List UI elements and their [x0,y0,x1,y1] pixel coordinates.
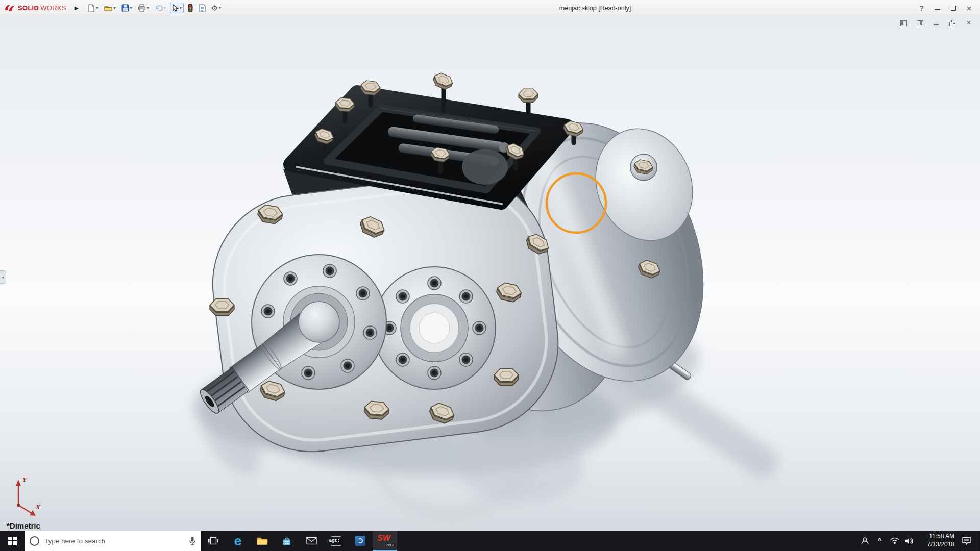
rebuild-stoplight-icon [188,4,193,12]
print-button[interactable]: ▾ [136,3,151,13]
print-icon [138,4,146,12]
doc-minimize-icon [934,21,939,25]
orientation-triad: Y X [4,473,53,522]
mail-icon [306,537,317,545]
brand-works: WORKS [40,4,66,12]
maximize-button[interactable] [945,0,961,16]
pane-left-icon [900,20,907,26]
dropdown-caret-icon[interactable]: ▾ [164,6,166,10]
select-cursor-icon [172,4,179,12]
volume-button[interactable] [902,531,917,551]
file-properties-button[interactable] [197,3,207,13]
new-document-icon [87,4,95,12]
taskbar-clock[interactable]: 11:58 AM 7/13/2018 [917,531,957,551]
shaft-root-boss [299,302,339,342]
panel-collapse-icon: ◂ [2,274,4,280]
solidworks-logo: SOLIDWORKS [0,4,69,12]
dropdown-caret-icon[interactable]: ▾ [219,6,221,10]
gearbox-3d-model[interactable] [0,16,980,531]
mail-button[interactable] [299,531,324,551]
windows-logo-icon [8,537,17,545]
action-center-button[interactable] [957,531,976,551]
store-button[interactable] [275,531,299,551]
doc-close-button[interactable]: × [965,19,973,27]
hub-secondary[interactable] [373,267,496,389]
undo-button[interactable]: ▾ [153,3,167,13]
taskpane-toggle-left[interactable] [899,19,908,27]
dropdown-caret-icon[interactable]: ▾ [96,6,99,10]
chevron-up-icon: ^ [878,536,882,546]
terminal-button[interactable]: &gt;_ [324,531,348,551]
hidden-icons-button[interactable]: ^ [872,531,887,551]
app-icon [355,536,365,546]
doc-close-icon: × [966,19,971,27]
minimize-button[interactable] [929,0,945,16]
quick-toolbar: ▾ ▾ ▾ [86,3,223,13]
people-button[interactable] [857,531,872,551]
action-center-icon [962,537,971,545]
save-button[interactable]: ▾ [120,3,134,13]
doc-minimize-button[interactable] [932,19,940,27]
close-icon: × [967,4,972,13]
dropdown-caret-icon[interactable]: ▾ [130,6,132,10]
document-title: menjac sklop [Read-only] [559,5,631,12]
new-document-button[interactable]: ▾ [86,3,100,13]
view-orientation-label: *Dimetric [7,521,40,530]
people-icon [861,537,869,545]
dropdown-caret-icon[interactable]: ▾ [147,6,149,10]
taskbar-search[interactable] [24,531,201,551]
help-icon: ? [920,4,924,12]
file-explorer-icon [257,536,268,545]
graphics-viewport[interactable]: × ◂ Y X *Dimetric [0,16,980,531]
axis-x-label: X [35,503,40,511]
file-explorer-button[interactable] [250,531,275,551]
edge-browser-button[interactable]: e [226,531,250,551]
close-button[interactable]: × [961,0,977,16]
minimize-icon [935,9,940,10]
featuremanager-collapse-handle[interactable]: ◂ [0,270,6,284]
open-button[interactable]: ▾ [103,3,117,13]
save-icon [121,4,129,12]
terminal-icon: &gt;_ [331,536,341,546]
rebuild-button[interactable] [186,3,194,13]
windows-taskbar: e &gt;_ [0,531,980,551]
brand-solid: SOLID [18,4,39,12]
network-button[interactable] [887,531,902,551]
document-window-controls: × [899,19,973,27]
sw-year-text: 2017 [386,543,394,547]
search-input[interactable] [44,537,184,545]
menu-flyout-arrow-icon[interactable]: ▶ [75,5,79,11]
task-view-button[interactable] [201,531,226,551]
undo-icon [155,4,163,12]
doc-restore-icon [949,20,955,26]
taskpane-toggle-right[interactable] [916,19,924,27]
clock-time: 11:58 AM [929,533,954,541]
microphone-icon[interactable] [189,536,196,546]
clock-date: 7/13/2018 [927,541,954,549]
speaker-icon [905,537,914,545]
app-button[interactable] [348,531,373,551]
edge-icon: e [234,534,241,547]
show-desktop-button[interactable] [976,531,980,551]
options-button[interactable]: ⚙ ▾ [210,3,223,13]
start-button[interactable] [0,531,24,551]
options-gear-icon: ⚙ [211,4,218,12]
cortana-icon [30,536,39,546]
solidworks-app-button[interactable]: SW 2017 [373,531,397,551]
help-button[interactable]: ? [914,0,929,16]
pane-right-icon [917,20,923,26]
select-tool-button[interactable]: ▾ [170,3,184,13]
solidworks-icon: SW 2017 [377,534,393,547]
dropdown-caret-icon[interactable]: ▾ [114,6,116,10]
task-view-icon [208,537,218,545]
titlebar: SOLIDWORKS ▶ ▾ ▾ [0,0,980,16]
dropdown-caret-icon[interactable]: ▾ [180,6,182,10]
window-controls: ? × [914,0,977,16]
axis-y-label: Y [22,475,27,483]
solidworks-window: SOLIDWORKS ▶ ▾ ▾ [0,0,980,551]
open-icon [104,4,113,12]
wifi-icon [890,537,899,544]
maximize-icon [951,6,956,11]
doc-restore-button[interactable] [948,19,957,27]
system-tray: ^ 11:58 AM 7/13/2018 [857,531,980,551]
